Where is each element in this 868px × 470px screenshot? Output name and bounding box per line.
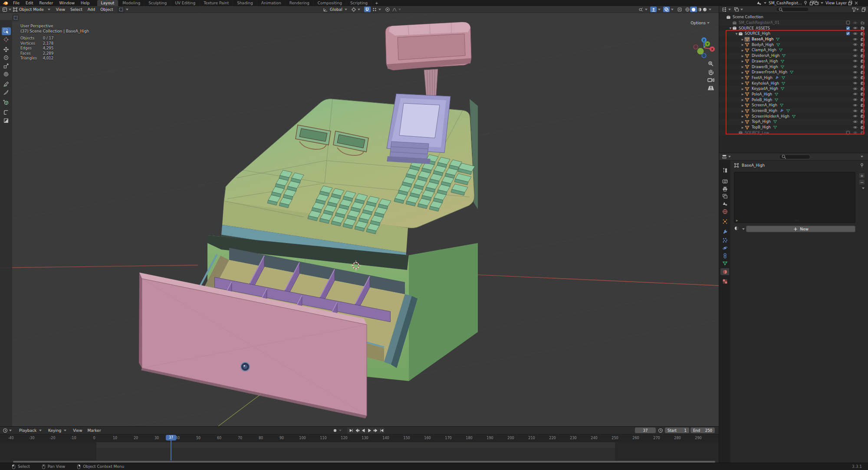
workspace-tab-sculpting[interactable]: Sculpting [145,0,171,6]
outliner-row-basea_high[interactable]: ▶BaseA_High [719,36,868,42]
eye-icon[interactable] [852,20,859,25]
properties-tab-tool[interactable] [720,167,729,174]
viewport-menu-object[interactable]: Object [98,7,115,12]
outliner-row-clampa_high[interactable]: ▶ClampA_High [719,47,868,53]
outliner-row-keyholea_high[interactable]: ▶KeyholeA_High [719,80,868,86]
disclosure-icon[interactable]: ▶ [741,49,744,52]
outliner-row-feeta_high[interactable]: ▶FeetA_High [719,75,868,81]
outliner-row-poleb_high[interactable]: ▶PoleB_High [719,97,868,102]
disclosure-icon[interactable]: ▶ [741,43,744,46]
properties-tab-world[interactable] [720,208,729,215]
menu-render[interactable]: Render [36,0,56,6]
outliner-row-keypada_high[interactable]: ▶KeypadA_High [719,86,868,92]
outliner-row-dividersa_high[interactable]: ▶DividersA_High [719,53,868,59]
material-browse-icon[interactable] [734,226,739,231]
active-tool-icon[interactable] [12,14,19,21]
properties-tab-constraints[interactable] [720,252,729,259]
outliner-row-screenholdera_high[interactable]: ▶ScreenHolderA_High [719,113,868,119]
transport-jump-start-button[interactable] [348,428,354,433]
editor-type-icon[interactable] [2,7,7,12]
eye-icon[interactable] [852,114,859,118]
checkbox-icon[interactable] [844,31,852,36]
properties-tab-material[interactable] [720,268,729,275]
end-frame-field[interactable]: End250 [690,427,715,433]
properties-tab-modifiers[interactable] [720,228,729,235]
properties-tab-particles[interactable] [720,237,729,243]
eye-icon[interactable] [852,70,859,75]
eye-icon[interactable] [852,26,859,30]
disclosure-icon[interactable]: ▶ [741,71,744,74]
eye-icon[interactable] [852,86,859,91]
tool-fallback-icon[interactable] [118,7,125,13]
disclosure-icon[interactable]: ▶ [741,87,744,90]
eye-icon[interactable] [852,130,859,135]
outliner-settings-icon[interactable] [861,7,866,12]
checkbox-icon[interactable] [844,20,852,25]
outliner-row-screenb_high[interactable]: ▶ScreenB_High [719,108,868,114]
keyframe-clock-icon[interactable] [658,428,663,433]
camera-icon[interactable] [859,130,866,135]
start-frame-field[interactable]: Start1 [665,427,689,433]
eye-icon[interactable] [852,103,859,108]
eye-icon[interactable] [852,75,859,80]
camera-icon[interactable] [859,114,866,118]
camera-icon[interactable] [859,64,866,69]
tool-transform[interactable] [2,70,11,78]
outliner-row-sm_cashregistera_01[interactable]: SM_CashRegisterA_01 [719,20,868,26]
workspace-tab-rendering[interactable]: Rendering [286,0,314,6]
camera-icon[interactable] [859,37,866,42]
menu-edit[interactable]: Edit [23,0,36,6]
add-slot-button[interactable]: + [859,173,865,178]
playhead[interactable] [171,440,171,460]
tool-rotate[interactable] [2,54,11,62]
camera-icon[interactable] [859,75,866,80]
disclosure-icon[interactable]: ▶ [741,82,744,85]
new-material-button[interactable]: New [746,226,855,232]
transport-jump-end-button[interactable] [378,428,384,433]
chevron-down-icon[interactable] [861,156,863,158]
viewport-canvas[interactable]: User Perspective (37) Scene Collection |… [0,13,719,426]
shading-rendered-icon[interactable] [702,7,707,12]
display-mode-icon[interactable] [734,7,739,12]
transport-play-button[interactable] [366,428,372,433]
workspace-tab-scripting[interactable]: Scripting [346,0,372,6]
workspace-tab-modeling[interactable]: Modeling [118,0,145,6]
camera-icon[interactable] [859,125,866,130]
outliner-row-source_low[interactable]: SOURCE_Low [719,130,868,135]
pivot-icon[interactable] [351,7,356,12]
viewport-menu-select[interactable]: Select [68,7,85,12]
disclosure-icon[interactable]: ▶ [741,126,744,129]
camera-icon[interactable] [859,53,866,58]
gizmos-toggle-icon[interactable] [650,7,657,12]
outliner-row-source_assets[interactable]: ▼SOURCE_ASSETS [719,25,868,31]
falloff-curve-icon[interactable] [392,7,397,12]
mode-dropdown[interactable]: Object Mode [18,7,46,12]
tool-scale[interactable] [2,62,11,70]
view-layer-selector[interactable]: View Layer [813,0,859,6]
snap-magnet-icon[interactable] [364,7,371,12]
camera-icon[interactable] [859,92,866,96]
disclosure-icon[interactable]: ▶ [741,115,744,118]
eye-icon[interactable] [852,64,859,69]
outliner-row-drawera_high[interactable]: ▶DrawerA_High [719,59,868,64]
current-frame-badge[interactable]: 37 [166,435,176,440]
camera-icon[interactable] [859,81,866,85]
list-expand-icon[interactable]: ▶ [736,219,738,222]
eye-icon[interactable] [852,42,859,47]
checkbox-icon[interactable] [844,131,852,135]
timeline-track[interactable] [0,442,719,460]
menu-window[interactable]: Window [56,0,78,6]
outliner-row-drawerfronta_high[interactable]: ▶DrawerFrontA_High [719,69,868,75]
camera-icon[interactable] [859,42,866,47]
editor-type-icon[interactable] [722,154,727,159]
workspace-tab-texture-paint[interactable]: Texture Paint [200,0,233,6]
camera-icon[interactable] [859,31,866,36]
tool-measure[interactable] [2,89,11,96]
camera-icon[interactable] [859,59,866,63]
workspace-tab-shading[interactable]: Shading [233,0,257,6]
transport-next-key-button[interactable] [372,428,378,433]
snap-with-icon[interactable] [372,7,377,12]
outliner-row-topa_high[interactable]: ▶TopA_High [719,119,868,125]
properties-tab-data[interactable] [720,260,729,266]
workspace-tab-uv-editing[interactable]: UV Editing [171,0,200,6]
